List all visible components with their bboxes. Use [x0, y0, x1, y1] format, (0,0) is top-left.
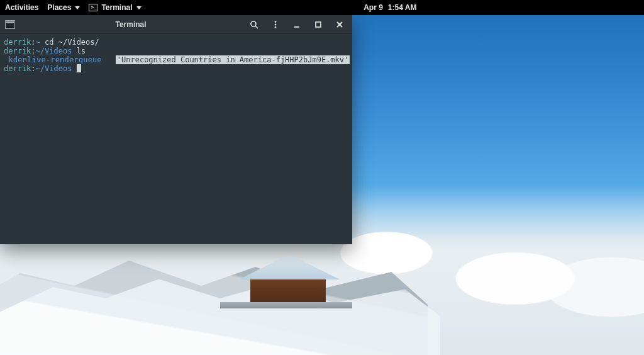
activities-label: Activities [5, 3, 38, 12]
ls-entry-file-highlighted: 'Unrecognized Countries in America-fjHHP… [116, 55, 350, 64]
prompt-user: derrik [4, 47, 31, 55]
wallpaper-house [239, 254, 340, 305]
menu-button[interactable] [267, 18, 284, 31]
prompt-path: ~/Videos [36, 47, 72, 55]
titlebar[interactable]: Terminal [0, 15, 352, 34]
prompt-user: derrik [4, 38, 31, 47]
svg-rect-7 [294, 26, 299, 28]
prompt-sep: : [31, 64, 35, 73]
svg-line-3 [255, 26, 258, 28]
svg-point-4 [275, 21, 277, 23]
terminal-cursor [77, 64, 81, 72]
terminal-window: Terminal derrik:~ cd ~/Videos/ derrik:~/… [0, 15, 352, 244]
cmd-line: ls [77, 47, 86, 55]
places-label: Places [47, 3, 71, 12]
cmd-line: cd ~/Videos/ [45, 38, 99, 47]
activities-button[interactable]: Activities [5, 3, 38, 12]
kebab-icon [271, 20, 280, 29]
svg-point-6 [275, 26, 277, 28]
search-icon [250, 20, 258, 29]
gnome-topbar: Activities Places >_ Terminal Apr 9 1:54… [0, 0, 644, 15]
terminal-body[interactable]: derrik:~ cd ~/Videos/ derrik:~/Videos ls… [0, 34, 352, 244]
clock-time: 1:54 AM [388, 3, 417, 12]
svg-point-5 [275, 23, 277, 25]
close-icon [335, 20, 344, 29]
prompt-sep: : [31, 47, 35, 55]
minimize-button[interactable] [288, 18, 306, 31]
close-button[interactable] [331, 18, 348, 31]
window-app-icon [4, 19, 16, 30]
svg-point-2 [251, 21, 256, 26]
maximize-icon [314, 20, 323, 29]
app-menu-terminal[interactable]: >_ Terminal [89, 3, 141, 12]
ls-entry-dir: kdenlive-renderqueue [4, 55, 106, 64]
prompt-user: derrik [4, 64, 31, 73]
svg-rect-1 [6, 21, 14, 23]
clock-date: Apr 9 [364, 3, 383, 12]
chevron-down-icon [75, 6, 80, 9]
places-menu[interactable]: Places [47, 3, 80, 12]
window-title: Terminal [20, 20, 242, 29]
prompt-path: ~/Videos [36, 64, 72, 73]
clock[interactable]: Apr 9 1:54 AM [364, 3, 416, 12]
terminal-icon: >_ [89, 4, 97, 11]
search-button[interactable] [245, 18, 263, 31]
minimize-icon [292, 20, 301, 29]
prompt-sep: : [31, 38, 35, 47]
app-menu-label: Terminal [101, 3, 132, 12]
maximize-button[interactable] [309, 18, 327, 31]
chevron-down-icon [136, 6, 142, 9]
prompt-path: ~ [36, 38, 40, 47]
svg-rect-8 [316, 22, 321, 27]
